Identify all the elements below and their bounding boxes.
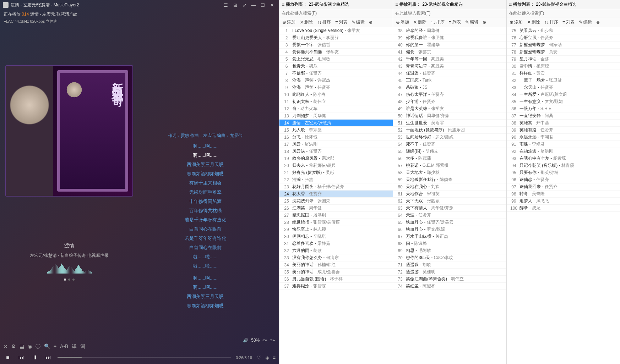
track-row[interactable]: 76心肝宝贝 - 任贤齐 — [507, 34, 620, 42]
translate-button[interactable]: 译 — [72, 343, 77, 350]
track-row[interactable]: 69相思 - 毛阿敏 — [393, 247, 506, 254]
track-row[interactable]: 32六月的雨 - 胡歌 — [279, 247, 393, 254]
favorite-icon[interactable]: ♡ — [257, 355, 262, 360]
track-row[interactable]: 77新鸳鸯蝴蝶梦 - 何家劲 — [507, 42, 620, 49]
track-row[interactable]: 94只记今朝笑 (音乐版) - 林青霞 — [507, 162, 620, 169]
track-row[interactable]: 81样样红 - 黄安 — [507, 70, 620, 77]
prev-button[interactable]: ⏮ — [17, 353, 26, 362]
track-row[interactable]: 18风云决 - 任贤齐 — [279, 148, 393, 155]
track-row[interactable]: 15凡人歌 - 李宗盛 — [279, 127, 393, 134]
track-row[interactable]: 50神话情话 - 周华健/齐豫 — [393, 112, 506, 120]
track-row[interactable]: 58天大地大 - 郑少秋 — [393, 169, 506, 176]
sort-button[interactable]: ↑↓排序 — [543, 18, 560, 26]
settings-icon[interactable]: ⚙ — [11, 343, 16, 350]
edit-button[interactable]: ✎编辑 — [350, 18, 366, 26]
volume-icon[interactable]: 🔊 — [243, 338, 248, 343]
track-row[interactable]: 93在我心中有个梦 - 杨紫琼 — [507, 155, 620, 162]
pin-icon[interactable]: ☰ — [222, 1, 230, 9]
track-row[interactable]: 92在劫难逃 - 屠洪刚 — [507, 148, 620, 155]
track-row[interactable]: 61天地作合 - 宋祖英 — [393, 191, 506, 198]
track-row[interactable]: 16分飞 - 徐怀钰 — [279, 134, 393, 141]
track-row[interactable]: 41偏爱 - 张芸京 — [393, 49, 506, 56]
track-row[interactable]: 74笑红尘 - 陈淑桦 — [393, 283, 506, 290]
track-row[interactable]: 33没有我你怎么办 - 何润东 — [279, 254, 393, 261]
track-row[interactable]: 23花好月圆夜 - 杨千嬅/任贤齐 — [279, 183, 393, 191]
playlist-search-input[interactable] — [393, 9, 506, 17]
track-row[interactable]: 88英雄寞 - 郑中基 — [507, 120, 620, 127]
track-row[interactable]: 71逍遥叹 - 胡歌 — [393, 261, 506, 269]
track-row[interactable]: 62天下无双 - 张靓颖 — [393, 198, 506, 205]
playlist-menu-icon[interactable]: ≡ — [282, 2, 284, 7]
track-row[interactable]: 84一生所爱 - 卢冠廷/莫文蔚 — [507, 91, 620, 98]
add-button[interactable]: ⊕添加 — [508, 18, 524, 26]
next-page-icon[interactable]: »» — [270, 338, 275, 343]
media-lib-icon[interactable]: ◈ — [265, 355, 269, 360]
track-row[interactable]: 99追梦人 - 凤飞飞 — [507, 198, 620, 205]
del-button[interactable]: ✕删除 — [298, 18, 314, 26]
track-row[interactable]: 75笑看风云 - 郑少秋 — [507, 27, 620, 34]
lyrics-button[interactable]: 词 — [80, 343, 85, 350]
sort-button[interactable]: ↑↓排序 — [429, 18, 446, 26]
track-row[interactable]: 25浣花洗剑录 - 张国荣 — [279, 198, 393, 205]
track-row[interactable]: 46杀破狼 - JS — [393, 84, 506, 91]
track-row[interactable]: 82一辈子一场梦 - 张卫健 — [507, 77, 620, 84]
track-row[interactable]: 95只要有你 - 那英/孙楠 — [507, 169, 620, 176]
close-icon[interactable]: ✕ — [268, 1, 276, 9]
mini-mode-icon[interactable]: ⊞ — [231, 1, 239, 9]
track-row[interactable]: 96诛仙恋 - 任贤齐 — [507, 176, 620, 183]
track-row[interactable]: 64天涯 - 任贤齐 — [393, 212, 506, 219]
page-dots[interactable] — [64, 278, 75, 281]
track-row[interactable]: 3爱就一个字 - 张信哲 — [279, 42, 393, 49]
track-row[interactable]: 2爱江山更爱美人 - 李丽芬 — [279, 34, 393, 42]
track-row[interactable]: 8沧海一声笑 - 许冠杰 — [279, 77, 393, 84]
track-row[interactable]: 90永远永远 - 李翊君 — [507, 134, 620, 141]
track-row[interactable]: 44任逍遥 - 任贤齐 — [393, 70, 506, 77]
track-row[interactable]: 11初识太极 - 胡伟立 — [279, 98, 393, 105]
list-button[interactable]: ≡列表 — [334, 18, 349, 26]
track-row[interactable]: 42千年等一回 - 高胜美 — [393, 56, 506, 63]
track-row[interactable]: 6包青天 - 胡瓜 — [279, 63, 393, 70]
track-row[interactable]: 35美丽的神话 - 成龙/金喜善 — [279, 269, 393, 276]
track-row[interactable]: 59天地孤影任我行 - 陈勋奇 — [393, 176, 506, 183]
track-row[interactable]: 30俩俩相忘 - 辛晓琪 — [279, 233, 393, 240]
track-row[interactable]: 17风云 - 屠洪刚 — [279, 141, 393, 148]
track-row[interactable]: 39你爱我像谁 - 张卫健 — [393, 34, 506, 42]
track-row[interactable]: 52十面埋伏 (琵琶与鼓) - 民族乐团 — [393, 127, 506, 134]
track-row[interactable]: 78新鸳鸯蝴蝶梦 - 黄安 — [507, 49, 620, 56]
track-row[interactable]: 22浩瀚 - 张杰 — [279, 176, 393, 183]
maximize-icon[interactable]: ☐ — [259, 1, 267, 9]
del-button[interactable]: ✕删除 — [412, 18, 428, 26]
track-row[interactable]: 28绝世绝招 - 张智霖/吴倩莲 — [279, 219, 393, 226]
list-button[interactable]: ≡列表 — [561, 18, 576, 26]
track-row[interactable]: 45三国恋 - Tank — [393, 77, 506, 84]
shuffle-icon[interactable]: ⤮ — [4, 343, 8, 350]
track-row[interactable]: 20归去来 - 希莉娜依/胡兵 — [279, 162, 393, 169]
playlist-menu-icon[interactable]: ≡ — [509, 2, 512, 7]
fullscreen-icon[interactable]: ⤢ — [240, 1, 249, 9]
track-row[interactable]: 21好春光 (贺岁版) - 吴彤 — [279, 169, 393, 176]
track-row[interactable]: 79星月神话 - 金莎 — [507, 56, 620, 63]
track-row[interactable]: 10叱咤红人 - 陈小春 — [279, 91, 393, 98]
track-row[interactable]: 100醉拳 - 成龙 — [507, 205, 620, 212]
track-row[interactable]: 98转弯 - 吴奇隆 — [507, 191, 620, 198]
track-row[interactable]: 24花太香 - 任贤齐 — [279, 191, 393, 198]
ab-repeat[interactable]: A-B — [60, 343, 68, 350]
track-row[interactable]: 67万水千山纵横 - 关正杰 — [393, 233, 506, 240]
track-row[interactable]: 66铁血丹心 - 罗文/甄妮 — [393, 226, 506, 233]
track-row[interactable]: 53世间始终你好 - 罗文/甄妮 — [393, 134, 506, 141]
track-row[interactable]: 72逍遥游 - 吴佳明 — [393, 269, 506, 276]
track-row[interactable]: 19故乡的原风景 - 宗次郎 — [279, 155, 393, 162]
track-row[interactable]: 55随缘(国) - 胡伟立 — [393, 148, 506, 155]
track-row[interactable]: 97诛仙我回来 - 任贤齐 — [507, 183, 620, 191]
add-panel-button[interactable]: ⊕ — [368, 19, 374, 26]
track-row[interactable]: 89英雄有路 - 任贤齐 — [507, 127, 620, 134]
track-row[interactable]: 9沧海一声笑 - 任贤齐 — [279, 84, 393, 91]
play-pause-button[interactable]: ⏸ — [31, 353, 39, 362]
track-row[interactable]: 56太多 - 陈冠蒲 — [393, 155, 506, 162]
track-row[interactable]: 29快乐至上 - 林志颖 — [279, 226, 393, 233]
track-row[interactable]: 65铁血丹心 - 任贤齐/黔美云 — [393, 219, 506, 226]
info-icon[interactable]: ⓘ — [36, 343, 40, 350]
track-row[interactable]: 7不信邪 - 任贤齐 — [279, 70, 393, 77]
track-row[interactable]: 40你的第一 - 瞿建华 — [393, 42, 506, 49]
add-panel-button[interactable]: ⊕ — [481, 19, 488, 26]
